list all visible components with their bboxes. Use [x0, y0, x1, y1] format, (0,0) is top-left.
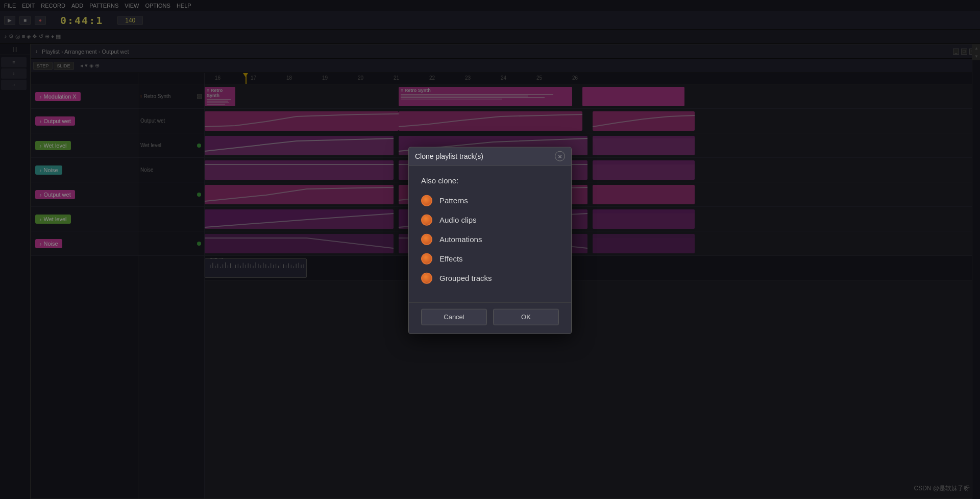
- option-label-grouped-tracks: Grouped tracks: [439, 274, 492, 282]
- dialog-option-grouped-tracks[interactable]: Grouped tracks: [421, 272, 559, 283]
- option-label-patterns: Patterns: [439, 196, 468, 205]
- option-label-effects: Effects: [439, 254, 463, 263]
- radio-grouped-tracks[interactable]: [421, 272, 432, 283]
- radio-audio-clips[interactable]: [421, 214, 432, 225]
- radio-effects[interactable]: [421, 253, 432, 264]
- dialog-option-effects[interactable]: Effects: [421, 253, 559, 264]
- radio-patterns[interactable]: [421, 195, 432, 206]
- option-label-automations: Automations: [439, 235, 482, 244]
- dialog-body: Also clone: Patterns Audio clips Automat…: [409, 165, 571, 302]
- option-label-audio-clips: Audio clips: [439, 216, 477, 224]
- radio-automations[interactable]: [421, 233, 432, 245]
- cancel-button[interactable]: Cancel: [421, 308, 487, 325]
- dialog-option-patterns[interactable]: Patterns: [421, 195, 559, 206]
- dialog-titlebar: Clone playlist track(s) ×: [409, 147, 571, 165]
- dialog-option-audio-clips[interactable]: Audio clips: [421, 214, 559, 225]
- dialog-option-automations[interactable]: Automations: [421, 233, 559, 245]
- dialog-subtitle: Also clone:: [421, 176, 559, 184]
- dialog-footer: Cancel OK: [409, 302, 571, 333]
- dialog-close-button[interactable]: ×: [555, 151, 565, 161]
- ok-button[interactable]: OK: [493, 308, 559, 325]
- clone-dialog: Clone playlist track(s) × Also clone: Pa…: [408, 147, 572, 334]
- dialog-title: Clone playlist track(s): [415, 152, 483, 160]
